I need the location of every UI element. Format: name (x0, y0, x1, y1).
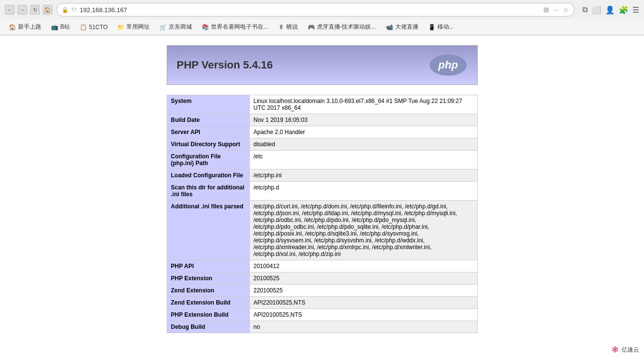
sidebar-icon[interactable]: ⧉ (582, 5, 588, 14)
browser-toolbar-actions: ⧉ ⬜ 👤 🧩 ☰ (582, 5, 639, 15)
menu-icon[interactable]: ☰ (632, 5, 639, 15)
table-value: Apache 2.0 Handler (249, 126, 477, 138)
table-row: Additional .ini files parsed/etc/php.d/c… (167, 201, 477, 260)
php-info-container: PHP Version 5.4.16 php SystemLinux local… (167, 45, 478, 333)
bookmark-icon-9: 📱 (428, 24, 435, 31)
more-icon[interactable]: ··· (553, 6, 559, 14)
php-info-table: SystemLinux localhost.localdomain 3.10.0… (167, 95, 478, 333)
table-value: 20100525 (249, 272, 477, 285)
bookmark-huya[interactable]: 🎮 虎牙直播-技术驱动娱... (304, 22, 380, 32)
bookmark-icon-2: 📋 (80, 24, 87, 31)
table-row: Zend Extension220100525 (167, 285, 477, 297)
table-row: Zend Extension BuildAPI220100525,NTS (167, 297, 477, 309)
bookmark-51cto[interactable]: 📋 51CTO (76, 23, 111, 32)
bookmark-mobile[interactable]: 📱 移动... (424, 22, 458, 32)
table-key: Configuration File (php.ini) Path (167, 151, 249, 170)
status-bar: ❄ 亿速云 (607, 342, 644, 357)
browser-titlebar: ← → ↻ 🏠 🔒 🛡 192.168.136.167 ⊞ ··· ☆ ⧉ ⬜ … (0, 0, 644, 19)
bookmark-icon-5: 📚 (202, 24, 209, 31)
browser-chrome: ← → ↻ 🏠 🔒 🛡 192.168.136.167 ⊞ ··· ☆ ⧉ ⬜ … (0, 0, 644, 35)
bookmark-jingdong[interactable]: 🛒 京东商城 (156, 22, 196, 32)
bookmark-icon-0: 🏠 (9, 24, 16, 31)
table-row: Virtual Directory Supportdisabled (167, 138, 477, 151)
bookmark-icon-8: 📹 (386, 24, 393, 31)
bookmark-icon-3: 📁 (117, 24, 124, 31)
profile-icon[interactable]: 👤 (605, 5, 615, 15)
table-key: Additional .ini files parsed (167, 201, 249, 260)
bookmark-label-1: B站 (60, 23, 70, 31)
table-key: Zend Extension Build (167, 297, 249, 309)
star-icon[interactable]: ☆ (563, 6, 569, 14)
table-key: Server API (167, 126, 249, 138)
table-value: /etc/php.ini (249, 170, 477, 182)
address-text: 192.168.136.167 (80, 6, 540, 14)
table-key: PHP Extension Build (167, 309, 249, 321)
table-key: PHP Extension (167, 272, 249, 285)
bookmark-xinshoushanglu[interactable]: 🏠 新手上路 (5, 22, 45, 32)
yiyun-icon: ❄ (611, 344, 619, 355)
table-row: Build DateNov 1 2019 16:05:03 (167, 114, 477, 126)
table-row: PHP Extension BuildAPI20100525,NTS (167, 309, 477, 321)
bookmark-label-3: 常用网址 (126, 23, 150, 31)
bookmark-xiaoshuo[interactable]: 🎙 晓说 (275, 22, 302, 32)
bookmark-icon-1: 📺 (51, 24, 58, 31)
tab-icon[interactable]: ⬜ (592, 5, 601, 15)
bookmark-icon-6: 🎙 (278, 24, 284, 31)
table-row: Debug Buildno (167, 321, 477, 333)
table-value: API220100525,NTS (249, 297, 477, 309)
home-button[interactable]: 🏠 (43, 5, 52, 15)
table-value: Linux localhost.localdomain 3.10.0-693.e… (249, 95, 477, 114)
refresh-button[interactable]: ↻ (30, 5, 40, 15)
table-key: Loaded Configuration File (167, 170, 249, 182)
bookmark-bzhan[interactable]: 📺 B站 (47, 22, 74, 32)
grid-icon[interactable]: ⊞ (543, 6, 549, 14)
php-logo: php (429, 53, 468, 77)
bookmark-icon-7: 🎮 (308, 24, 315, 31)
table-row: PHP API20100412 (167, 260, 477, 272)
svg-text:php: php (437, 59, 457, 71)
back-button[interactable]: ← (5, 5, 15, 15)
bookmark-label-7: 虎牙直播-技术驱动娱... (317, 23, 376, 31)
table-key: Virtual Directory Support (167, 138, 249, 151)
table-value: /etc/php.d/curl.ini, /etc/php.d/dom.ini,… (249, 201, 477, 260)
table-row: SystemLinux localhost.localdomain 3.10.0… (167, 95, 477, 114)
extension-icon[interactable]: 🧩 (619, 5, 628, 15)
table-value: Nov 1 2019 16:05:03 (249, 114, 477, 126)
table-value: 220100525 (249, 285, 477, 297)
page-content: PHP Version 5.4.16 php SystemLinux local… (0, 35, 644, 357)
table-value: disabled (249, 138, 477, 151)
table-row: Configuration File (php.ini) Path/etc (167, 151, 477, 170)
table-row: Server APIApache 2.0 Handler (167, 126, 477, 138)
forward-button[interactable]: → (17, 5, 27, 15)
lock-icon: 🔒 (62, 7, 69, 13)
table-value: /etc/php.d (249, 182, 477, 201)
table-value: 20100412 (249, 260, 477, 272)
shield-icon: 🛡 (71, 7, 77, 13)
bookmark-label-4: 京东商城 (169, 23, 192, 31)
bookmark-label-5: 世界名著网电子书在... (211, 23, 268, 31)
table-value: /etc (249, 151, 477, 170)
table-row: Scan this dir for additional .ini files/… (167, 182, 477, 201)
bookmark-label-9: 移动... (437, 23, 454, 31)
bookmark-changyongwangzhi[interactable]: 📁 常用网址 (113, 22, 154, 32)
bookmark-label-2: 51CTO (89, 24, 107, 31)
bookmark-label-6: 晓说 (286, 23, 298, 31)
yiyun-label: 亿速云 (622, 346, 639, 354)
bookmarks-bar: 🏠 新手上路 📺 B站 📋 51CTO 📁 常用网址 🛒 京东商城 📚 世界名著… (0, 19, 644, 35)
bookmark-dalaozhibuo[interactable]: 📹 大佬直播 (382, 22, 422, 32)
table-row: Loaded Configuration File/etc/php.ini (167, 170, 477, 182)
table-row: PHP Extension20100525 (167, 272, 477, 285)
php-header: PHP Version 5.4.16 php (167, 45, 478, 85)
php-version-title: PHP Version 5.4.16 (177, 59, 273, 71)
address-actions: ⊞ ··· ☆ (543, 6, 569, 14)
table-value: API20100525,NTS (249, 309, 477, 321)
table-key: Build Date (167, 114, 249, 126)
table-key: PHP API (167, 260, 249, 272)
table-value: no (249, 321, 477, 333)
bookmark-label-8: 大佬直播 (395, 23, 418, 31)
table-key: System (167, 95, 249, 114)
bookmark-icon-4: 🛒 (159, 24, 167, 31)
bookmark-ebook[interactable]: 📚 世界名著网电子书在... (198, 22, 272, 32)
address-bar[interactable]: 🔒 🛡 192.168.136.167 ⊞ ··· ☆ (56, 3, 574, 17)
table-key: Debug Build (167, 321, 249, 333)
